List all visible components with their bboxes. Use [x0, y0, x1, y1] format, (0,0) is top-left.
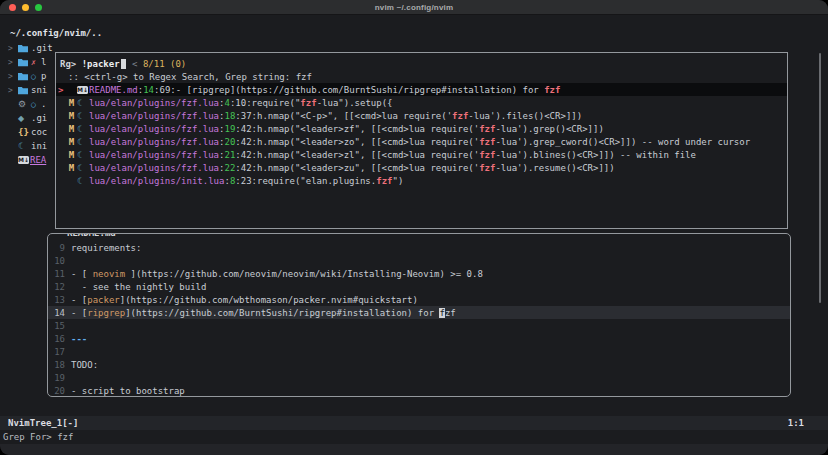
- statusline-cursor-position: 1:1: [788, 418, 804, 428]
- result-line-number: 22: [224, 163, 235, 173]
- terminal-scrollbar[interactable]: [819, 53, 821, 303]
- counter-separator: <: [127, 59, 143, 69]
- text-segment: - [ripgrep](https://github.com/BurntSush…: [176, 85, 544, 95]
- text-segment: h.nmap("<leader>zu", [[<cmd>lua require(…: [257, 163, 479, 173]
- result-line-number: 18: [224, 111, 235, 121]
- result-row[interactable]: M☾lua/elan/plugins/fzf.lua:4:10:require(…: [56, 96, 787, 109]
- text-segment: -lua').files()<CR>]]): [468, 111, 582, 121]
- text-cursor: [121, 59, 126, 69]
- lua-icon: ☾: [77, 137, 89, 147]
- text-segment: ---: [71, 334, 87, 344]
- search-query-input[interactable]: !packer: [82, 59, 120, 69]
- result-file-path: lua/elan/plugins/fzf.lua: [89, 163, 219, 173]
- zoom-button[interactable]: [35, 4, 42, 11]
- match-counter: 8/11 (0): [143, 59, 186, 69]
- result-file-path: lua/elan/plugins/fzf.lua: [89, 124, 219, 134]
- tree-item-label: .git: [31, 43, 53, 53]
- result-row[interactable]: M☾lua/elan/plugins/fzf.lua:20:42:h.nmap(…: [56, 135, 787, 148]
- braces-icon: {}: [18, 127, 31, 137]
- text-segment: h.nmap("<leader>zl", [[<cmd>lua require(…: [257, 150, 479, 160]
- tree-expand-arrow: >: [8, 58, 18, 67]
- tree-root-path: ~/.config/nvim/..: [0, 28, 170, 41]
- text-segment: ::: [68, 72, 84, 82]
- text-segment: fzf: [544, 85, 560, 95]
- text-segment: requirements:: [71, 243, 141, 253]
- lua-icon: ☾: [77, 111, 89, 121]
- result-line-number: 14: [143, 85, 154, 95]
- text-segment: -lua').grep()<CR>]]): [495, 124, 603, 134]
- close-button[interactable]: [9, 4, 16, 11]
- git-status-icon: ○: [31, 72, 41, 81]
- text-segment: "): [392, 176, 403, 186]
- tree-expand-arrow: >: [8, 86, 18, 95]
- tree-item-label: l: [41, 57, 46, 67]
- text-segment: h.nmap("<C-p>", [[<cmd>lua require(': [257, 111, 452, 121]
- preview-title: README.md: [62, 233, 121, 238]
- result-row[interactable]: M☾lua/elan/plugins/fzf.lua:21:42:h.nmap(…: [56, 148, 787, 161]
- line-number: 15: [49, 321, 65, 331]
- window-title: nvim ~/.config/nvim: [375, 3, 454, 12]
- text-segment: zf: [445, 308, 456, 318]
- result-file-path: lua/elan/plugins/fzf.lua: [89, 137, 219, 147]
- result-column-number: 23: [241, 176, 252, 186]
- text-segment: fzf: [452, 111, 468, 121]
- result-file-path: lua/elan/plugins/fzf.lua: [89, 150, 219, 160]
- result-file-path: lua/elan/plugins/init.lua: [89, 176, 224, 186]
- tree-item-label: coc: [31, 127, 47, 137]
- statusline: NvimTree_1[-] 1:1: [0, 416, 828, 430]
- tree-expand-arrow: >: [8, 72, 18, 81]
- text-segment: <ctrl-g>: [84, 72, 127, 82]
- lua-icon: ☾: [77, 176, 89, 186]
- preview-line: 11- [ neovim ](https://github.com/neovim…: [48, 267, 790, 280]
- preview-line: 12 - see the nightly build: [48, 280, 790, 293]
- text-segment: fzf: [296, 72, 312, 82]
- line-number: 14: [49, 308, 65, 318]
- result-row[interactable]: >M↓README.md:14:69:- [ripgrep](https://g…: [56, 83, 787, 96]
- git-status-label: M: [66, 124, 77, 134]
- text-segment: - [: [71, 295, 87, 305]
- text-segment: ripgrep: [87, 308, 125, 318]
- preview-line: 13- [packer](https://github.com/wbthomas…: [48, 293, 790, 306]
- preview-line: 16---: [48, 332, 790, 345]
- text-segment: TODO:: [71, 360, 98, 370]
- lua-icon: ☾: [77, 124, 89, 134]
- preview-line: 9requirements:: [48, 241, 790, 254]
- preview-line: 14- [ripgrep](https://github.com/BurntSu…: [48, 306, 790, 319]
- git-status-label: M: [66, 163, 77, 173]
- text-segment: - [: [71, 269, 93, 279]
- preview-line: 20- script to bootstrap: [48, 384, 790, 397]
- cmdline[interactable]: Grep For> fzf: [0, 430, 828, 444]
- text-segment: -lua').resume()<CR>]]): [495, 163, 614, 173]
- tree-item-label: ini: [31, 141, 47, 151]
- line-number: 19: [49, 373, 65, 383]
- result-row[interactable]: ☾lua/elan/plugins/init.lua:8:23:require(…: [56, 174, 787, 187]
- tree-expand-arrow: >: [8, 44, 18, 53]
- git-status-label: M: [66, 98, 77, 108]
- line-number: 12: [49, 282, 65, 292]
- picker-prompt-row[interactable]: Rg> !packer < 8/11 (0): [56, 57, 787, 70]
- text-segment: fzf: [479, 124, 495, 134]
- text-segment: - [: [71, 308, 87, 318]
- preview-line: 18TODO:: [48, 358, 790, 371]
- line-number: 11: [49, 269, 65, 279]
- git-status-icon: ✗: [31, 58, 41, 67]
- result-column-number: 10: [235, 98, 246, 108]
- terminal-window: nvim ~/.config/nvim ~/.config/nvim/.. >.…: [0, 0, 828, 455]
- lua-icon: ☾: [18, 141, 31, 151]
- result-column-number: 42: [241, 137, 252, 147]
- result-file-path: README.md: [89, 85, 138, 95]
- result-line-number: 19: [224, 124, 235, 134]
- minimize-button[interactable]: [22, 4, 29, 11]
- tree-item-label: REA: [30, 155, 46, 165]
- result-row[interactable]: M☾lua/elan/plugins/fzf.lua:19:42:h.nmap(…: [56, 122, 787, 135]
- result-file-path: lua/elan/plugins/fzf.lua: [89, 111, 219, 121]
- tree-item-label: .gi: [31, 113, 47, 123]
- line-number: 18: [49, 360, 65, 370]
- fzf-picker-window: Rg> !packer < 8/11 (0) :: <ctrl-g> to Re…: [55, 52, 788, 229]
- result-row[interactable]: M☾lua/elan/plugins/fzf.lua:18:37:h.nmap(…: [56, 109, 787, 122]
- text-segment: require("elan.plugins.: [257, 176, 376, 186]
- text-segment: fzf: [300, 98, 316, 108]
- result-row[interactable]: M☾lua/elan/plugins/fzf.lua:22:42:h.nmap(…: [56, 161, 787, 174]
- line-number: 17: [49, 347, 65, 357]
- tree-item-label: p: [41, 71, 46, 81]
